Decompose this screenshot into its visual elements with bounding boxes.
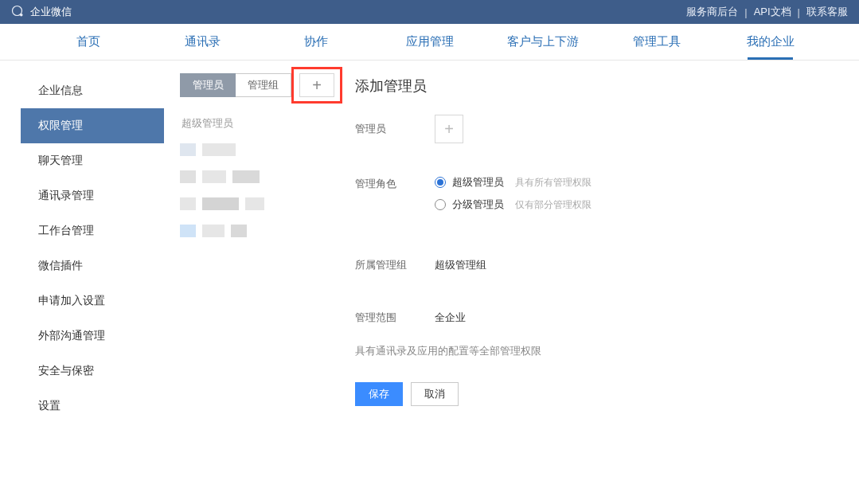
top-bar: 企业微信 服务商后台 | API文档 | 联系客服 bbox=[0, 0, 859, 24]
permission-note: 具有通讯录及应用的配置等全部管理权限 bbox=[355, 344, 822, 358]
contact-link[interactable]: 联系客服 bbox=[806, 5, 848, 19]
tab-label: 管理员 bbox=[193, 78, 224, 92]
nav-collab[interactable]: 协作 bbox=[259, 24, 373, 60]
radio-hint: 具有所有管理权限 bbox=[515, 176, 592, 189]
add-admin-square-button[interactable]: + bbox=[435, 115, 463, 143]
nav-tools[interactable]: 管理工具 bbox=[600, 24, 714, 60]
sidebar-item-label: 申请加入设置 bbox=[38, 294, 105, 308]
row-role: 管理角色 超级管理员 具有所有管理权限 分级管理员 仅有部分管理权限 bbox=[355, 175, 822, 220]
main-content: 添加管理员 管理员 + 管理角色 超级管理员 具有所有管理权限 分级管理员 仅有… bbox=[355, 73, 838, 424]
main-nav: 首页 通讯录 协作 应用管理 客户与上下游 管理工具 我的企业 bbox=[0, 24, 859, 61]
label-admin: 管理员 bbox=[355, 122, 435, 136]
sidebar-item-join-settings[interactable]: 申请加入设置 bbox=[21, 283, 164, 318]
tab-admin-group[interactable]: 管理组 bbox=[236, 73, 291, 97]
sidebar-item-security[interactable]: 安全与保密 bbox=[21, 354, 164, 389]
sp-backend-link[interactable]: 服务商后台 bbox=[686, 5, 738, 19]
value-scope: 全企业 bbox=[435, 311, 466, 325]
plus-icon: + bbox=[312, 76, 322, 95]
value-group: 超级管理组 bbox=[435, 258, 486, 272]
nav-contacts[interactable]: 通讯录 bbox=[146, 24, 260, 60]
nav-label: 协作 bbox=[304, 34, 328, 49]
nav-customers[interactable]: 客户与上下游 bbox=[486, 24, 600, 60]
center-column: 管理员 管理组 + 超级管理员 bbox=[180, 73, 339, 424]
tab-admin[interactable]: 管理员 bbox=[180, 73, 236, 97]
nav-label: 管理工具 bbox=[633, 34, 681, 49]
top-right-links: 服务商后台 | API文档 | 联系客服 bbox=[686, 5, 848, 19]
sep: | bbox=[798, 6, 800, 18]
radio-icon bbox=[435, 199, 446, 210]
nav-label: 通讯录 bbox=[185, 34, 221, 49]
tab-label: 管理组 bbox=[248, 78, 279, 92]
radio-label: 超级管理员 bbox=[452, 175, 504, 189]
brand-name: 企业微信 bbox=[30, 5, 72, 19]
list-item[interactable] bbox=[180, 139, 339, 161]
nav-label: 应用管理 bbox=[406, 34, 454, 49]
admin-list bbox=[180, 139, 339, 242]
sidebar-item-wechat-plugin[interactable]: 微信插件 bbox=[21, 248, 164, 283]
plus-icon: + bbox=[444, 120, 454, 139]
button-label: 保存 bbox=[369, 387, 389, 401]
radio-icon bbox=[435, 177, 446, 188]
logo-icon bbox=[11, 5, 25, 19]
sidebar-item-label: 工作台管理 bbox=[38, 224, 94, 238]
nav-label: 首页 bbox=[76, 34, 100, 49]
super-admin-section-label: 超级管理员 bbox=[182, 116, 339, 131]
save-button[interactable]: 保存 bbox=[355, 382, 403, 406]
radio-hint: 仅有部分管理权限 bbox=[515, 198, 592, 212]
sidebar-item-label: 企业信息 bbox=[38, 84, 83, 98]
sidebar-item-label: 聊天管理 bbox=[38, 154, 83, 168]
role-options: 超级管理员 具有所有管理权限 分级管理员 仅有部分管理权限 bbox=[435, 175, 592, 220]
row-admin: 管理员 + bbox=[355, 115, 822, 143]
label-group: 所属管理组 bbox=[355, 258, 435, 272]
brand: 企业微信 bbox=[11, 5, 72, 19]
sidebar-item-label: 微信插件 bbox=[38, 259, 83, 273]
radio-label: 分级管理员 bbox=[452, 197, 504, 212]
button-label: 取消 bbox=[424, 387, 445, 401]
row-scope: 管理范围 全企业 bbox=[355, 311, 822, 325]
label-scope: 管理范围 bbox=[355, 311, 435, 325]
sidebar-item-permissions[interactable]: 权限管理 bbox=[21, 108, 164, 143]
api-docs-link[interactable]: API文档 bbox=[754, 5, 791, 19]
sidebar-item-label: 通讯录管理 bbox=[38, 189, 94, 203]
sidebar-item-company-info[interactable]: 企业信息 bbox=[21, 73, 164, 108]
nav-label: 我的企业 bbox=[747, 34, 795, 49]
nav-home[interactable]: 首页 bbox=[32, 24, 146, 60]
sidebar-item-label: 安全与保密 bbox=[38, 364, 94, 378]
sidebar-item-settings[interactable]: 设置 bbox=[21, 389, 164, 424]
list-item[interactable] bbox=[180, 166, 339, 188]
list-item[interactable] bbox=[180, 193, 339, 215]
nav-my-company[interactable]: 我的企业 bbox=[713, 24, 827, 60]
list-item[interactable] bbox=[180, 220, 339, 242]
sidebar: 企业信息 权限管理 聊天管理 通讯录管理 工作台管理 微信插件 申请加入设置 外… bbox=[21, 73, 164, 424]
label-role: 管理角色 bbox=[355, 175, 435, 191]
nav-label: 客户与上下游 bbox=[507, 34, 579, 49]
page-title: 添加管理员 bbox=[355, 76, 822, 96]
sidebar-item-workbench[interactable]: 工作台管理 bbox=[21, 213, 164, 248]
sidebar-item-external[interactable]: 外部沟通管理 bbox=[21, 318, 164, 354]
nav-apps[interactable]: 应用管理 bbox=[373, 24, 486, 60]
page-body: 企业信息 权限管理 聊天管理 通讯录管理 工作台管理 微信插件 申请加入设置 外… bbox=[0, 61, 859, 424]
sidebar-item-label: 外部沟通管理 bbox=[38, 329, 105, 343]
radio-super-admin[interactable]: 超级管理员 具有所有管理权限 bbox=[435, 175, 592, 189]
add-admin-button[interactable]: + bbox=[299, 73, 334, 97]
sep: | bbox=[744, 6, 747, 18]
svg-point-1 bbox=[20, 14, 23, 17]
segment-tabs: 管理员 管理组 + bbox=[180, 73, 339, 97]
row-group: 所属管理组 超级管理组 bbox=[355, 258, 822, 272]
sidebar-item-contacts[interactable]: 通讯录管理 bbox=[21, 178, 164, 213]
sidebar-item-chat[interactable]: 聊天管理 bbox=[21, 143, 164, 178]
radio-sub-admin[interactable]: 分级管理员 仅有部分管理权限 bbox=[435, 197, 592, 212]
action-buttons: 保存 取消 bbox=[355, 382, 822, 406]
sidebar-item-label: 权限管理 bbox=[38, 119, 83, 133]
sidebar-item-label: 设置 bbox=[38, 399, 61, 413]
cancel-button[interactable]: 取消 bbox=[411, 382, 459, 406]
